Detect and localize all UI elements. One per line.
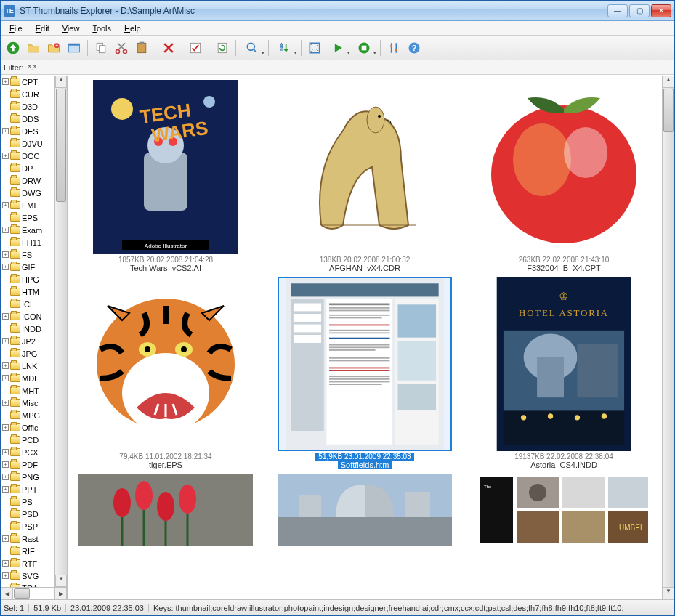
new-folder-icon[interactable] (44, 38, 63, 57)
up-icon[interactable] (4, 38, 23, 57)
expand-icon[interactable]: + (2, 362, 9, 369)
tree-item[interactable]: +FS (1, 248, 54, 261)
expand-icon[interactable] (2, 239, 9, 246)
minimize-button[interactable]: — (607, 4, 628, 17)
expand-icon[interactable]: + (2, 535, 9, 542)
tree-item[interactable]: EPS (1, 211, 54, 224)
menu-edit[interactable]: Edit (30, 23, 55, 34)
tree-item[interactable]: +Rast (1, 532, 54, 545)
thumbnail-item[interactable]: 51,9KB 23.01.2009 22:35:03Softfields.htm (272, 277, 457, 469)
expand-icon[interactable] (2, 523, 9, 530)
stop-icon[interactable] (352, 38, 376, 57)
tree-item[interactable]: RIF (1, 545, 54, 557)
scroll-down-icon[interactable]: ▼ (663, 587, 674, 599)
scroll-right-icon[interactable]: ▶ (54, 588, 67, 599)
tree-item[interactable]: +DES (1, 125, 54, 137)
expand-icon[interactable]: + (2, 400, 9, 406)
tree-item[interactable]: PS (1, 495, 54, 508)
expand-icon[interactable] (2, 140, 9, 147)
scroll-down-icon[interactable]: ▼ (55, 575, 67, 587)
tree-item[interactable]: D3D (1, 100, 54, 113)
expand-icon[interactable] (2, 412, 9, 418)
expand-icon[interactable] (2, 165, 9, 171)
expand-icon[interactable] (2, 350, 9, 357)
tree-item[interactable]: INDD (1, 323, 54, 335)
expand-icon[interactable] (2, 91, 9, 97)
paste-icon[interactable] (132, 38, 151, 57)
expand-icon[interactable]: + (2, 486, 9, 493)
thumbnail-item[interactable]: 138KB 20.02.2008 21:00:32AFGHAN_vX4.CDR (272, 80, 457, 272)
expand-icon[interactable]: + (2, 375, 9, 381)
expand-icon[interactable]: + (2, 424, 9, 431)
tree-hscrollbar[interactable]: ◀ ▶ (1, 587, 67, 599)
explorer-icon[interactable] (65, 38, 84, 57)
menu-tools[interactable]: Tools (86, 23, 117, 34)
expand-icon[interactable]: + (2, 338, 9, 344)
tree-item[interactable]: +Offic (1, 421, 54, 434)
scroll-track[interactable] (663, 133, 674, 587)
expand-icon[interactable]: + (2, 78, 9, 85)
tree-item[interactable]: DP (1, 162, 54, 174)
tree-item[interactable]: PCD (1, 434, 54, 446)
expand-icon[interactable] (2, 190, 9, 196)
expand-icon[interactable] (2, 498, 9, 505)
select-icon[interactable] (186, 38, 205, 57)
folder-tree[interactable]: +CPTCURD3DDDS+DESDJVU+DOCDPDRWDWG+EMFEPS… (1, 76, 54, 587)
expand-icon[interactable] (2, 177, 9, 184)
tree-item[interactable]: +Exam (1, 224, 54, 236)
expand-icon[interactable] (2, 387, 9, 394)
fit-icon[interactable] (305, 38, 324, 57)
expand-icon[interactable]: + (2, 227, 9, 233)
tree-item[interactable]: +PNG (1, 471, 54, 483)
scroll-up-icon[interactable]: ▲ (55, 76, 67, 88)
scroll-track[interactable] (31, 588, 54, 599)
copy-icon[interactable] (92, 38, 110, 57)
expand-icon[interactable] (2, 214, 9, 221)
expand-icon[interactable]: + (2, 264, 9, 270)
thumbs-vscrollbar[interactable]: ▲ ▼ (662, 76, 674, 599)
menu-help[interactable]: Help (118, 23, 147, 34)
expand-icon[interactable] (2, 548, 9, 554)
maximize-button[interactable]: ▢ (629, 4, 650, 17)
tree-item[interactable]: +GIF (1, 261, 54, 273)
tree-item[interactable]: DDS (1, 113, 54, 125)
tree-item[interactable]: MPG (1, 409, 54, 421)
scroll-track[interactable] (55, 203, 67, 575)
expand-icon[interactable]: + (2, 449, 9, 455)
tree-item[interactable]: TGA (1, 582, 54, 587)
play-icon[interactable] (326, 38, 350, 57)
delete-icon[interactable] (159, 38, 178, 57)
expand-icon[interactable]: + (2, 251, 9, 258)
folder-open-icon[interactable] (24, 38, 43, 57)
zoom-icon[interactable] (240, 38, 264, 57)
tree-item[interactable]: +RTF (1, 557, 54, 570)
scroll-thumb[interactable] (56, 89, 66, 202)
cut-icon[interactable] (112, 38, 131, 57)
settings-icon[interactable] (384, 38, 403, 57)
expand-icon[interactable] (2, 437, 9, 443)
menu-file[interactable]: File (4, 23, 28, 34)
tree-item[interactable]: +PCX (1, 446, 54, 458)
tree-item[interactable]: JPG (1, 347, 54, 360)
tree-item[interactable]: +Misc (1, 397, 54, 409)
titlebar[interactable]: TE ST Thumbnails Explorer - D:\Sample Ar… (1, 1, 674, 21)
tree-item[interactable]: +PPT (1, 483, 54, 495)
tree-item[interactable]: +PDF (1, 458, 54, 471)
help-icon[interactable]: ? (405, 38, 424, 57)
expand-icon[interactable] (2, 103, 9, 110)
tree-item[interactable]: +EMF (1, 199, 54, 211)
tree-item[interactable]: +MDI (1, 372, 54, 384)
expand-icon[interactable]: + (2, 461, 9, 468)
expand-icon[interactable]: + (2, 474, 9, 480)
thumbnail-item[interactable]: ♔HOTEL ASTORIA19137KB 22.02.2008 22:38:0… (472, 277, 656, 469)
expand-icon[interactable] (2, 301, 9, 307)
menu-view[interactable]: View (57, 23, 86, 34)
scroll-up-icon[interactable]: ▲ (663, 76, 674, 88)
tree-item[interactable]: ICL (1, 298, 54, 310)
expand-icon[interactable] (2, 511, 9, 517)
thumbnail-grid[interactable]: TECHWARSAdobe Illustrator1857KB 20.02.20… (68, 76, 662, 599)
thumbnail-item[interactable] (272, 474, 457, 546)
tree-item[interactable]: PSD (1, 508, 54, 520)
tree-item[interactable]: +JP2 (1, 335, 54, 347)
expand-icon[interactable]: + (2, 202, 9, 208)
